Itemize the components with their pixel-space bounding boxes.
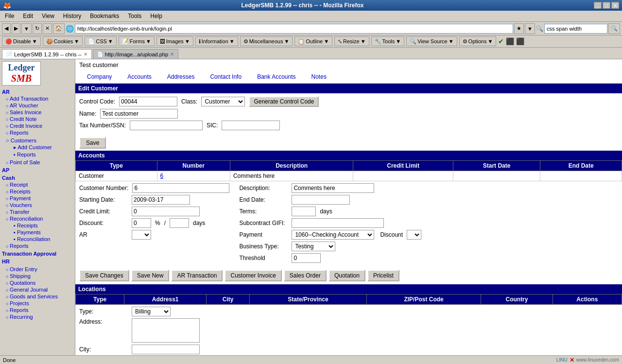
menu-file[interactable]: File <box>3 12 16 20</box>
menu-view[interactable]: View <box>40 12 56 20</box>
sidebar-ap-link[interactable]: AP <box>2 167 73 173</box>
tab-ledgersmb[interactable]: 📄 LedgerSMB 1.2.99 -- chris -- ✕ <box>2 49 92 59</box>
tax-input[interactable] <box>130 121 203 130</box>
sidebar-credit-note[interactable]: Credit Note <box>2 116 73 122</box>
sidebar-customer-reports[interactable]: ▪ Reports <box>2 151 73 158</box>
miscellaneous-button[interactable]: ⚙ Miscellaneous ▼ <box>240 36 293 46</box>
menu-history[interactable]: History <box>61 12 83 20</box>
menu-edit[interactable]: Edit <box>21 12 35 20</box>
menu-help[interactable]: Help <box>148 12 164 20</box>
minimize-button[interactable]: _ <box>594 2 602 9</box>
payment-select[interactable]: 1060--Checking Account <box>292 230 374 240</box>
tab-contact-info[interactable]: Contact Info <box>202 72 249 81</box>
app-logo[interactable]: Ledger SMB <box>2 61 41 86</box>
sidebar-goods-services[interactable]: Goods and Services <box>2 293 73 300</box>
pricelist-button[interactable]: Pricelist <box>367 270 399 281</box>
sidebar-transfer[interactable]: Transfer <box>2 208 73 215</box>
sidebar-payments-sub[interactable]: ▪ Payments <box>2 229 73 236</box>
sidebar-order-entry[interactable]: Order Entry <box>2 266 73 273</box>
city-input[interactable] <box>132 345 200 354</box>
forward-dropdown[interactable]: ▼ <box>21 23 32 34</box>
sic-input[interactable] <box>222 121 280 130</box>
home-button[interactable]: 🏠 <box>53 23 65 34</box>
sidebar-projects[interactable]: Projects <box>2 300 73 307</box>
sidebar-ar-reports[interactable]: Reports <box>2 129 73 136</box>
sidebar-hr-link[interactable]: HR <box>2 258 73 265</box>
css-button[interactable]: 📄 CSS ▼ <box>85 36 117 46</box>
search-input[interactable] <box>544 24 607 34</box>
options-button[interactable]: ⚙ Options ▼ <box>459 36 497 46</box>
sidebar-ar-voucher[interactable]: AR Voucher <box>2 102 73 109</box>
address-textarea[interactable] <box>132 318 200 343</box>
menu-bookmarks[interactable]: Bookmarks <box>88 12 121 20</box>
sidebar-cash-link[interactable]: Cash <box>2 174 73 181</box>
sidebar-reports[interactable]: Reports <box>2 307 73 313</box>
control-code-input[interactable] <box>119 97 177 106</box>
menu-tools[interactable]: Tools <box>126 12 143 20</box>
forms-button[interactable]: 📝 Forms ▼ <box>119 36 155 46</box>
sidebar-customers[interactable]: ○ Customers <box>2 137 73 144</box>
starting-date-input[interactable] <box>132 195 190 205</box>
class-select[interactable]: Customer Vendor <box>201 97 245 106</box>
row-number-link[interactable]: 6 <box>160 173 164 179</box>
end-date-input[interactable] <box>292 195 350 205</box>
generate-control-code-button[interactable]: Generate Control Code <box>249 96 319 107</box>
location-type-select[interactable]: Billing Shipping <box>132 307 171 316</box>
save-button[interactable]: Save <box>79 137 106 149</box>
sidebar-add-customer[interactable]: ▸ Add Customer <box>2 144 73 151</box>
window-controls[interactable]: _ □ ✕ <box>594 2 619 9</box>
tab-addresses[interactable]: Addresses <box>159 72 203 81</box>
discount-days-input[interactable] <box>170 218 189 228</box>
stop-button[interactable]: ✕ <box>43 23 52 34</box>
sidebar-reconciliation[interactable]: Reconciliation <box>2 215 73 222</box>
sidebar-quotations[interactable]: Quotations <box>2 279 73 286</box>
tab-accounts[interactable]: Accounts <box>120 72 159 81</box>
sidebar-recurring[interactable]: Recurring <box>2 313 73 320</box>
sidebar-reconciliation-sub[interactable]: ▪ Reconciliation <box>2 236 73 243</box>
bookmark-dropdown[interactable]: ▼ <box>525 23 535 34</box>
tab-notes[interactable]: Notes <box>304 72 334 81</box>
sidebar-general-journal[interactable]: General Journal <box>2 286 73 293</box>
close-button[interactable]: ✕ <box>611 2 619 9</box>
disable-button[interactable]: 🔴 Disable ▼ <box>2 36 41 46</box>
tools-button[interactable]: 🔧 Tools ▼ <box>371 36 405 46</box>
business-type-select[interactable]: Testing <box>292 242 335 251</box>
credit-limit-input[interactable] <box>132 207 200 216</box>
tab-close-1[interactable]: ✕ <box>170 52 174 57</box>
quotation-button[interactable]: Quotation <box>328 270 365 281</box>
subcontract-input[interactable] <box>292 218 384 228</box>
sidebar-cash-reports[interactable]: Reports <box>2 243 73 249</box>
sidebar-transaction-link[interactable]: Transaction Approval <box>2 250 73 257</box>
save-changes-button[interactable]: Save Changes <box>79 270 129 281</box>
sidebar-ar-link[interactable]: AR <box>2 88 73 95</box>
sidebar-receipt[interactable]: Receipt <box>2 181 73 188</box>
outline-button[interactable]: 📋 Outline ▼ <box>294 36 332 46</box>
tab-close-0[interactable]: ✕ <box>84 52 87 57</box>
cookies-button[interactable]: 🍪 Cookies ▼ <box>43 36 83 46</box>
sidebar-sales-invoice[interactable]: Sales Invoice <box>2 109 73 116</box>
sidebar-payment[interactable]: Payment <box>2 195 73 202</box>
sidebar-shipping[interactable]: Shipping <box>2 273 73 279</box>
customer-number-input[interactable] <box>132 183 229 193</box>
discount-input[interactable] <box>132 218 151 228</box>
tab-bank-accounts[interactable]: Bank Accounts <box>249 72 303 81</box>
tab-company[interactable]: Company <box>79 72 120 81</box>
view-source-button[interactable]: 🔍 View Source ▼ <box>406 36 457 46</box>
sidebar-vouchers[interactable]: Vouchers <box>2 202 73 208</box>
reload-button[interactable]: ↻ <box>33 23 42 34</box>
sidebar-receipts[interactable]: Receipts <box>2 188 73 195</box>
resize-button[interactable]: ⤡ Resize ▼ <box>334 36 369 46</box>
sidebar-point-of-sale[interactable]: Point of Sale <box>2 159 73 166</box>
customer-invoice-button[interactable]: Customer Invoice <box>225 270 281 281</box>
threshold-input[interactable] <box>292 253 321 263</box>
sidebar-add-transaction[interactable]: Add Transaction <box>2 95 73 102</box>
ar-transaction-button[interactable]: AR Transaction <box>171 270 223 281</box>
terms-input[interactable] <box>292 207 316 216</box>
ar-select[interactable] <box>132 230 151 240</box>
bookmark-star[interactable]: ★ <box>514 23 524 34</box>
address-input[interactable] <box>75 24 513 34</box>
images-button[interactable]: 🖼 Images ▼ <box>156 36 193 46</box>
sales-order-button[interactable]: Sales Order <box>284 270 327 281</box>
back-button[interactable]: ◀ <box>2 23 11 34</box>
tab-upload[interactable]: 📄 http://image...a/upload.php ✕ <box>93 49 178 59</box>
